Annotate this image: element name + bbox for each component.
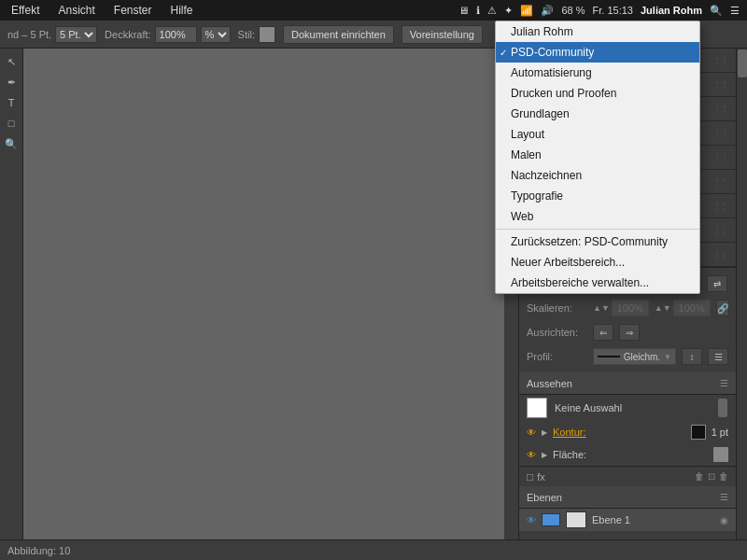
voreinstellung-button[interactable]: Voreinstellung [402, 25, 483, 44]
ebenen-title: Ebenen [527, 492, 720, 503]
skalieren-input-group2: ▲▼ [655, 300, 711, 316]
dropdown-item-web[interactable]: Web [496, 206, 699, 227]
ausrichten-grip-icon: ⋮⋮ [713, 129, 728, 137]
bluetooth-icon: ✦ [504, 5, 513, 17]
profil-dropdown-icon: ▼ [664, 353, 671, 361]
aussehen-scroll[interactable] [717, 398, 728, 418]
ebenen-header[interactable]: Ebenen ☰ [519, 486, 736, 509]
stil-swatch[interactable] [259, 26, 275, 43]
add-icon[interactable]: □ [527, 470, 533, 483]
stil-label: Stil: [238, 29, 255, 40]
attribute-grip-icon: ⋮⋮ [713, 56, 728, 64]
canvas-area[interactable] [23, 49, 518, 539]
kontur-label[interactable]: Kontur: [553, 427, 585, 438]
ausrichten-left-icon[interactable]: ⇐ [593, 324, 613, 341]
aussehen-menu-icon[interactable]: ☰ [720, 378, 728, 388]
fx-delete-icon[interactable]: 🗑 [719, 471, 728, 482]
sidebar-toggle-icon[interactable]: ☰ [730, 5, 740, 17]
search-icon[interactable]: 🔍 [710, 5, 723, 17]
dropdown-item-layout[interactable]: Layout [496, 124, 699, 145]
dropdown-item-psd-community[interactable]: ✓PSD-Community [496, 42, 699, 63]
dropdown-item-arbeitsbereiche-verwalten...[interactable]: Arbeitsbereiche verwalten... [496, 273, 699, 293]
fx-options-icon[interactable]: 🗑 [695, 471, 704, 482]
menu-hilfe[interactable]: Hilfe [167, 2, 197, 19]
flaeche-expand-icon[interactable]: ▶ [542, 451, 547, 459]
kontur-eye-icon[interactable]: 👁 [527, 427, 536, 438]
menu-effekt[interactable]: Effekt [7, 2, 43, 19]
opacity-label: Deckkraft: [105, 29, 151, 40]
dropdown-item-grundlagen[interactable]: Grundlagen [496, 104, 699, 124]
pathfinder-grip-icon: ⋮⋮ [713, 105, 728, 113]
dropdown-separator [496, 229, 699, 230]
right-panel-scrollbar[interactable] [736, 49, 747, 539]
dropdown-item-drucken-und-proofen[interactable]: Drucken und Proofen [496, 83, 699, 104]
dropdown-item-automatisierung[interactable]: Automatisierung [496, 63, 699, 83]
ausrichten-row: Ausrichten: ⇐ ⇒ [527, 322, 728, 343]
menu-fenster[interactable]: Fenster [110, 2, 156, 19]
text-tool-icon[interactable]: T [2, 93, 21, 112]
stroke-label: nd – 5 Pt. [7, 29, 51, 40]
dropdown-item-julian-rohm[interactable]: Julian Rohm [496, 21, 699, 42]
profil-flip-icon[interactable]: ↕ [682, 348, 702, 365]
layer-eye-icon[interactable]: 👁 [527, 515, 536, 525]
stroke-group: nd – 5 Pt. 5 Pt. [7, 26, 97, 43]
menu-ansicht[interactable]: Ansicht [54, 2, 98, 19]
left-tool-panel: ↖ ✒ T □ 🔍 [0, 49, 23, 539]
system-icons: 🖥 ℹ ⚠ ✦ 📶 🔊 68 % Fr. 15:13 Julian Rohm 🔍… [458, 5, 740, 17]
dropdown-item-label: Zurücksetzen: PSD-Community [511, 235, 668, 248]
layer-row[interactable]: 👁 Ebene 1 ◉ [519, 509, 736, 531]
stroke-select[interactable]: 5 Pt. [55, 26, 97, 43]
dropdown-item-zurücksetzen:-psd-community[interactable]: Zurücksetzen: PSD-Community [496, 231, 699, 252]
layer-visibility-icon[interactable]: ◉ [720, 515, 728, 525]
dropdown-item-label: Neuer Arbeitsbereich... [511, 256, 625, 269]
layer-color-swatch [542, 513, 560, 526]
dokument-button[interactable]: Dokument einrichten [283, 25, 394, 44]
dropdown-item-label: Automatisierung [511, 66, 592, 79]
checkmark-icon: ✓ [500, 48, 507, 58]
flaeche-eye-icon[interactable]: 👁 [527, 450, 536, 460]
skalieren-link-icon[interactable]: 🔗 [716, 300, 729, 316]
zoom-tool-icon[interactable]: 🔍 [2, 134, 21, 153]
kontur-row: 👁 ▶ Kontur: 1 pt [519, 421, 736, 443]
kontur-swatch[interactable] [691, 425, 706, 440]
opacity-input[interactable] [155, 26, 197, 43]
layer-thumbnail [566, 511, 586, 528]
keine-auswahl-swatch [527, 398, 547, 418]
dropdown-item-label: Layout [511, 128, 544, 141]
fx-icon[interactable]: fx [537, 471, 545, 483]
keine-auswahl-row: Keine Auswahl [519, 395, 736, 421]
dropdown-item-label: Typografie [511, 189, 563, 203]
workspace-dropdown: Julian Rohm✓PSD-CommunityAutomatisierung… [495, 21, 700, 294]
aussehen-header[interactable]: Aussehen ☰ [519, 372, 736, 395]
skalieren-input1[interactable] [612, 300, 649, 316]
dropdown-item-typografie[interactable]: Typografie [496, 186, 699, 206]
pen-tool-icon[interactable]: ✒ [2, 73, 21, 91]
dropdown-item-malen[interactable]: Malen [496, 145, 699, 165]
right-panel-scroll-thumb[interactable] [738, 49, 747, 77]
ausrichten-ctrl-label: Ausrichten: [527, 327, 587, 338]
shape-tool-icon[interactable]: □ [2, 114, 21, 133]
skalieren-input2[interactable] [673, 300, 711, 316]
flaeche-swatch[interactable] [713, 447, 728, 462]
opacity-group: Deckkraft: % [105, 26, 231, 43]
dropdown-item-neuer-arbeitsbereich...[interactable]: Neuer Arbeitsbereich... [496, 252, 699, 273]
zeichen-grip-icon: ⋮⋮ [713, 153, 728, 161]
pfeilspitzen-swap-icon[interactable]: ⇄ [707, 275, 727, 292]
pinsel-grip-icon: ⋮⋮ [713, 250, 728, 259]
aussehen-title: Aussehen [527, 378, 720, 389]
status-text: Abbildung: 10 [7, 545, 70, 556]
battery-text: 68 % [561, 5, 585, 16]
ebenen-menu-icon[interactable]: ☰ [720, 492, 728, 502]
selection-tool-icon[interactable]: ↖ [2, 52, 21, 71]
profil-options-icon[interactable]: ☰ [708, 348, 728, 365]
kontur-expand-icon[interactable]: ▶ [542, 428, 547, 437]
profil-select-btn[interactable]: Gleichm. ▼ [593, 348, 676, 365]
fx-copy-icon[interactable]: ⊡ [708, 471, 715, 482]
keine-auswahl-text: Keine Auswahl [555, 402, 622, 413]
ausrichten-right-icon[interactable]: ⇒ [619, 324, 640, 341]
opacity-unit-select[interactable]: % [201, 26, 231, 43]
profil-label: Profil: [527, 351, 587, 362]
flaeche-label: Fläche: [553, 449, 586, 460]
dropdown-item-nachzeichnen[interactable]: Nachzeichnen [496, 165, 699, 186]
menu-bar: Effekt Ansicht Fenster Hilfe 🖥 ℹ ⚠ ✦ 📶 🔊… [0, 0, 747, 21]
